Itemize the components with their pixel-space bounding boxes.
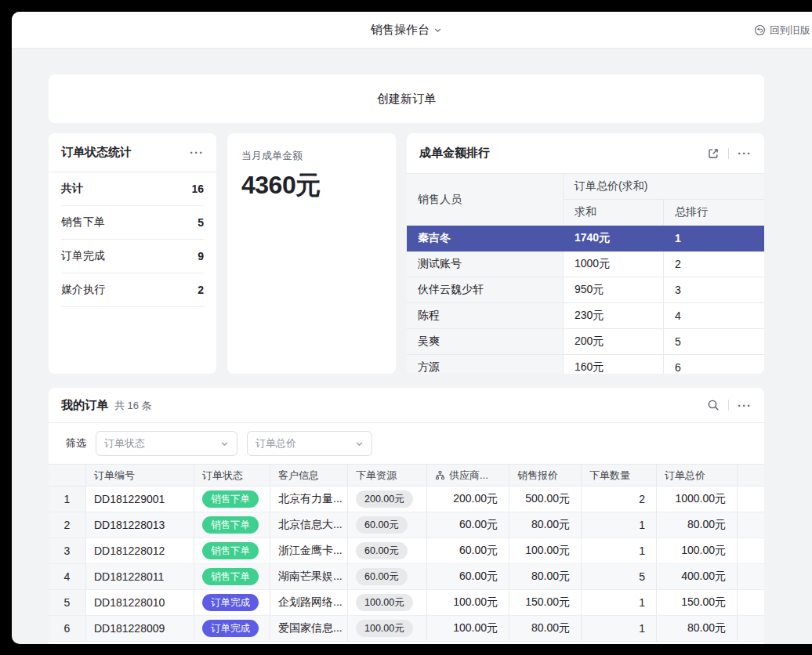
orders-header-4[interactable]: 下单资源 (348, 465, 427, 487)
resource-badge: 60.00元 (356, 516, 408, 534)
status-row[interactable]: 共计16 (61, 172, 204, 206)
filter-bar: 筛选 订单状态 订单总价 (49, 423, 764, 464)
orders-header-5[interactable]: 供应商... (427, 465, 509, 487)
ranking-row-person[interactable]: 吴爽 (407, 329, 564, 355)
orders-header-6[interactable]: 销售报价 (509, 465, 582, 487)
workspace-switcher[interactable]: 销售操作台 (12, 12, 807, 49)
table-row[interactable]: 3DD181228012销售下单浙江金鹰卡...60.00元60.00元100.… (49, 538, 764, 564)
open-external-icon[interactable] (707, 147, 720, 160)
extra-cell (738, 564, 764, 590)
quote-cell: 80.00元 (509, 512, 582, 538)
quote-cell: 500.00元 (509, 487, 582, 512)
ranking-col-sum: 求和 (564, 200, 664, 226)
qty-cell: 1 (582, 590, 657, 616)
status-row[interactable]: 销售下单5 (61, 206, 204, 240)
search-icon[interactable] (707, 399, 720, 411)
orders-header-label: 供应商... (449, 469, 488, 483)
more-menu-icon[interactable]: ··· (738, 400, 752, 411)
my-orders-card: 我的订单 共 16 条 ··· 筛选 订单状态 订单总价 订单编号订单状态客户信… (49, 388, 764, 644)
chevron-down-icon (433, 26, 442, 34)
orders-header-2[interactable]: 订单状态 (194, 465, 270, 487)
table-row[interactable]: 1DD181229001销售下单北京有力量...200.00元200.00元50… (49, 487, 764, 512)
resource-cell: 60.00元 (348, 538, 427, 564)
table-row[interactable]: 4DD181228011销售下单湖南芒果娱...60.00元60.00元80.0… (49, 564, 764, 590)
ranking-row-rank[interactable]: 4 (664, 303, 764, 329)
order-status-list: 共计16销售下单5订单完成9媒介执行2 (49, 172, 216, 307)
order-status-cell: 销售下单 (194, 487, 270, 512)
ranking-row-person[interactable]: 秦吉冬 (407, 226, 564, 252)
row-index-cell: 4 (49, 564, 86, 590)
orders-header-8[interactable]: 订单总价 (657, 465, 738, 487)
more-menu-icon[interactable]: ··· (190, 147, 204, 158)
table-row[interactable]: 5DD181228010订单完成企划路网络...100.00元100.00元15… (49, 590, 764, 616)
order-status-stats-title: 订单状态统计 (61, 145, 132, 160)
orders-header-extra (738, 465, 764, 487)
qty-cell: 2 (582, 487, 657, 512)
table-row[interactable]: 2DD181228013销售下单北京信息大...60.00元60.00元80.0… (49, 512, 764, 538)
orders-header-3[interactable]: 客户信息 (270, 465, 348, 487)
resource-cell: 100.00元 (348, 616, 427, 642)
ranking-row-sum[interactable]: 950元 (564, 277, 664, 303)
chevron-down-icon (220, 440, 229, 448)
order-total-filter-select[interactable]: 订单总价 (247, 431, 372, 456)
ranking-row-rank[interactable]: 3 (664, 277, 764, 303)
my-orders-header: 我的订单 共 16 条 ··· (49, 388, 764, 423)
order-total-filter-placeholder: 订单总价 (256, 436, 296, 451)
monthly-amount-value: 4360元 (241, 168, 382, 203)
extra-cell (738, 512, 764, 538)
status-row-label: 销售下单 (61, 215, 105, 230)
ranking-row-person[interactable]: 伙伴云魏少轩 (407, 277, 564, 303)
orders-header-gutter (49, 465, 86, 487)
customer-cell: 浙江金鹰卡... (270, 538, 348, 564)
create-order-button[interactable]: 创建新订单 (49, 74, 764, 123)
ranking-row-person[interactable]: 陈程 (407, 303, 564, 329)
resource-cell: 60.00元 (348, 564, 427, 590)
table-row[interactable]: 6DD181228009订单完成爱国家信息...100.00元100.00元80… (49, 616, 764, 642)
order-no-cell: DD181228013 (86, 512, 194, 538)
row-index-cell: 3 (49, 538, 86, 564)
quote-cell: 80.00元 (509, 564, 582, 590)
ranking-row-rank[interactable]: 6 (664, 355, 764, 374)
orders-header-1[interactable]: 订单编号 (86, 465, 194, 487)
ranking-row-sum[interactable]: 200元 (564, 329, 664, 355)
order-status-cell: 订单完成 (194, 616, 270, 642)
ranking-row-sum[interactable]: 160元 (564, 355, 664, 374)
orders-header-7[interactable]: 下单数量 (582, 465, 657, 487)
ranking-row-rank[interactable]: 2 (664, 252, 764, 277)
order-no-cell: DD181228009 (86, 616, 194, 642)
qty-cell: 1 (582, 512, 657, 538)
quote-cell: 100.00元 (509, 538, 582, 564)
back-to-old-version-button[interactable]: 回到旧版 (754, 12, 810, 49)
ranking-row-rank[interactable]: 5 (664, 329, 764, 355)
top-bar: 销售操作台 回到旧版 (12, 12, 812, 49)
order-status-stats-card: 订单状态统计 ··· 共计16销售下单5订单完成9媒介执行2 (49, 133, 216, 374)
more-menu-icon[interactable]: ··· (738, 147, 752, 159)
row-index-cell: 6 (49, 616, 86, 642)
supplier-cell: 60.00元 (427, 512, 509, 538)
ranking-row-sum[interactable]: 1000元 (564, 252, 664, 277)
extra-cell (738, 590, 764, 616)
customer-cell: 企划路网络... (270, 590, 348, 616)
ranking-row-person[interactable]: 测试账号 (407, 252, 564, 277)
create-order-label: 创建新订单 (377, 92, 436, 107)
supplier-cell: 60.00元 (427, 564, 509, 590)
ranking-card-title: 成单金额排行 (419, 146, 490, 161)
order-no-cell: DD181228012 (86, 538, 194, 564)
ranking-row-sum[interactable]: 1740元 (564, 226, 664, 252)
ranking-table: 销售人员 订单总价(求和) 求和 总排行 秦吉冬1740元1测试账号1000元2… (407, 174, 764, 374)
ranking-col-person: 销售人员 (407, 174, 564, 226)
monthly-amount-label: 当月成单金额 (241, 149, 382, 163)
supplier-cell: 200.00元 (427, 487, 509, 512)
app-window: 销售操作台 回到旧版 创建新订单 订单状态统计 ··· 共计16销售下单5订单完… (12, 12, 812, 644)
quote-cell: 150.00元 (509, 590, 582, 616)
status-row[interactable]: 媒介执行2 (61, 273, 204, 307)
resource-badge: 200.00元 (356, 490, 413, 508)
order-status-filter-select[interactable]: 订单状态 (96, 431, 237, 456)
supplier-cell: 60.00元 (427, 538, 509, 564)
row-index-cell: 1 (49, 487, 86, 512)
ranking-row-rank[interactable]: 1 (664, 226, 764, 252)
status-row[interactable]: 订单完成9 (61, 240, 204, 273)
ranking-row-person[interactable]: 方源 (407, 355, 564, 374)
orders-table-body: 1DD181229001销售下单北京有力量...200.00元200.00元50… (49, 487, 764, 642)
ranking-row-sum[interactable]: 230元 (564, 303, 664, 329)
